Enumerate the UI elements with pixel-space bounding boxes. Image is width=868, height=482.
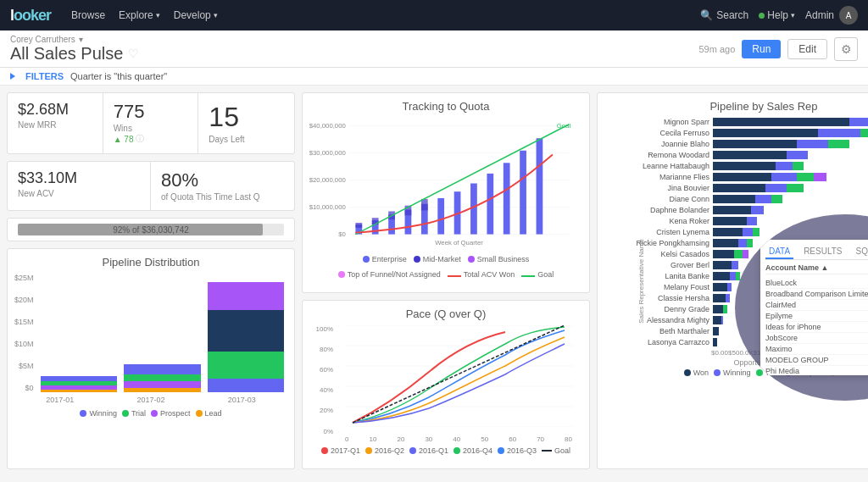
top-nav: looker Browse Explore ▾ Develop ▾ 🔍 Sear… bbox=[0, 0, 868, 30]
pace-y-axis: 100%80%60%40%20%0% bbox=[309, 325, 335, 435]
user-breadcrumb: Corey Carruthers ▾ bbox=[10, 35, 139, 44]
pipeline-x-labels: 2017-012017-022017-03 bbox=[14, 396, 287, 404]
popup-tab-results[interactable]: RESULTS bbox=[800, 245, 845, 259]
pace-chart bbox=[335, 325, 582, 427]
rep-bar-segment bbox=[713, 151, 787, 159]
wins-label: Wins bbox=[114, 124, 188, 133]
rep-bar-segment bbox=[765, 184, 787, 192]
svg-text:$0: $0 bbox=[338, 230, 346, 238]
filters-bar: FILTERS Quarter is "this quarter" bbox=[0, 68, 868, 86]
rep-name: Marianne Flies bbox=[616, 173, 709, 181]
mrr-value: $2.68M bbox=[18, 102, 92, 119]
svg-rect-21 bbox=[537, 138, 543, 234]
rep-row: Diane Conn bbox=[616, 195, 868, 203]
bar-group-2017-01 bbox=[41, 282, 118, 392]
sub-nav: Corey Carruthers ▾ All Sales Pulse ♡ 59m… bbox=[0, 30, 868, 68]
pipeline-legend: Winning Trial Prospect Lead bbox=[14, 409, 287, 418]
popup-data-row[interactable]: Phi Media bbox=[765, 366, 868, 375]
bar-trial bbox=[208, 352, 285, 380]
pace-title: Pace (Q over Q) bbox=[309, 307, 582, 320]
rep-bar-segment bbox=[713, 173, 771, 181]
svg-rect-15 bbox=[437, 198, 444, 235]
svg-rect-26 bbox=[421, 199, 428, 211]
nav-explore[interactable]: Explore ▾ bbox=[119, 9, 160, 21]
pace-x-labels: 01020304050607080 bbox=[335, 435, 582, 443]
rep-bar-segments bbox=[713, 140, 868, 148]
edit-button[interactable]: Edit bbox=[787, 39, 827, 59]
legend-goal: Goal bbox=[521, 270, 554, 279]
rep-name: Jina Bouvier bbox=[616, 184, 709, 192]
popup-tab-data[interactable]: DATA bbox=[765, 245, 793, 259]
tracking-legend: Enterprise Mid-Market Small Business Top… bbox=[309, 255, 582, 279]
popup-data-row[interactable]: Maximo bbox=[765, 344, 868, 355]
popup-data-row[interactable]: ClairMed bbox=[765, 300, 868, 311]
rep-bar-segment bbox=[828, 140, 849, 148]
days-metric: 15 Days Left bbox=[198, 93, 294, 153]
popup-data-row[interactable]: Epilyme bbox=[765, 311, 868, 322]
nav-develop[interactable]: Develop ▾ bbox=[174, 9, 218, 21]
pipeline-distribution-card: Pipeline Distribution $25M$20M$15M$10M$5… bbox=[7, 248, 295, 469]
wins-arrow-icon: ▲ 78 bbox=[114, 135, 134, 144]
mrr-metric: $2.68M New MRR bbox=[8, 93, 103, 153]
popup-data-row[interactable]: JobScore bbox=[765, 333, 868, 344]
rep-bar-segment bbox=[713, 140, 797, 148]
rep-bar-segment bbox=[713, 129, 818, 137]
quota-label: of Quota This Time Last Q bbox=[161, 192, 284, 202]
legend-2016q1: 2016-Q1 bbox=[409, 446, 448, 455]
quota-value: 80% bbox=[161, 170, 284, 191]
svg-rect-22 bbox=[355, 223, 362, 228]
admin-button[interactable]: Admin A bbox=[805, 6, 858, 25]
rep-bar-segment bbox=[713, 184, 765, 192]
rep-name: Kena Roker bbox=[616, 217, 709, 225]
legend-prospect: Prospect bbox=[151, 409, 191, 418]
rep-bar-segment bbox=[787, 184, 804, 192]
sub-nav-actions: 59m ago Run Edit ⚙ bbox=[698, 37, 858, 61]
popup-data-row[interactable]: Broadband Comparison Limited bbox=[765, 289, 868, 300]
svg-text:Goal: Goal bbox=[557, 122, 571, 130]
bar-trial bbox=[124, 374, 201, 381]
rep-bar-segment bbox=[818, 129, 860, 137]
popup-data-row[interactable]: MODELO GROUP bbox=[765, 355, 868, 366]
rep-bar-segment bbox=[713, 162, 776, 170]
settings-button[interactable]: ⚙ bbox=[834, 37, 858, 61]
mrr-label: New MRR bbox=[18, 120, 92, 130]
rep-bar-segments bbox=[713, 206, 868, 214]
search-button[interactable]: 🔍 Search bbox=[700, 9, 748, 21]
avatar: A bbox=[839, 6, 858, 25]
pipeline-y-axis: $25M$20M$15M$10M$5M$0 bbox=[14, 274, 37, 392]
popup-data-row[interactable]: BlueLock bbox=[765, 278, 868, 289]
favorite-icon[interactable]: ♡ bbox=[128, 47, 139, 60]
nav-browse[interactable]: Browse bbox=[71, 9, 105, 21]
rep-bar-segment bbox=[713, 118, 849, 126]
rep-name: Melany Foust bbox=[616, 283, 709, 291]
bar-group-2017-02 bbox=[124, 282, 201, 392]
rep-row: Leanne Hattabaugh bbox=[616, 162, 868, 170]
legend-2016q4: 2016-Q4 bbox=[453, 446, 492, 455]
svg-text:Week of Quarter: Week of Quarter bbox=[435, 239, 483, 247]
pace-card: Pace (Q over Q) 100%80%60%40%20%0% bbox=[302, 300, 590, 469]
popup-data-row[interactable]: Ideas for iPhone bbox=[765, 322, 868, 333]
rep-bar-segment bbox=[797, 173, 814, 181]
bar-dark bbox=[208, 310, 285, 352]
run-button[interactable]: Run bbox=[742, 40, 781, 58]
filters-toggle-icon[interactable] bbox=[10, 73, 15, 80]
rep-name: Kelsi Casados bbox=[616, 250, 709, 258]
bar-winning bbox=[124, 364, 201, 374]
bar-lead bbox=[41, 390, 118, 392]
rep-y-axis-label: Sales Representative Name bbox=[637, 239, 645, 324]
bar-winning bbox=[208, 379, 285, 392]
days-label: Days Left bbox=[209, 135, 284, 144]
rep-bar-segment bbox=[787, 151, 808, 159]
popup-overlay: DATA RESULTS SQL Account Name ▲ ↕ BlueLo… bbox=[701, 214, 868, 401]
filters-label: FILTERS bbox=[25, 71, 64, 81]
help-button[interactable]: Help ▾ bbox=[759, 9, 795, 21]
bar-lead bbox=[124, 388, 201, 392]
rep-name: Diane Conn bbox=[616, 195, 709, 203]
rep-name: Mignon Sparr bbox=[616, 118, 709, 126]
info-icon: ⓘ bbox=[136, 133, 144, 145]
rep-bar-segment bbox=[849, 118, 868, 126]
pipeline-rep-title: Pipeline by Sales Rep bbox=[604, 100, 868, 113]
main-content: $2.68M New MRR 775 Wins ▲ 78 ⓘ 15 Days L… bbox=[0, 86, 868, 476]
popup-tab-sql[interactable]: SQL bbox=[853, 245, 868, 259]
rep-row: Joannie Blaho bbox=[616, 140, 868, 148]
